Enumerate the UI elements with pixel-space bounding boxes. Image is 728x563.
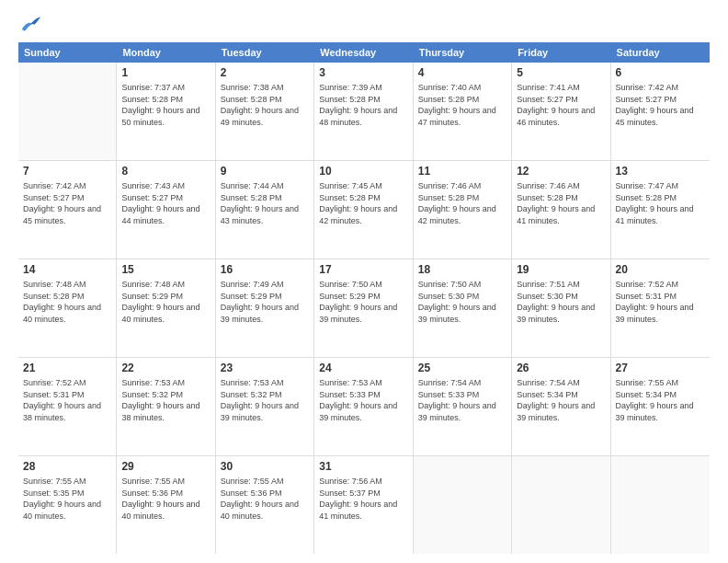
page: SundayMondayTuesdayWednesdayThursdayFrid…: [0, 0, 728, 563]
day-info: Sunrise: 7:55 AMSunset: 5:35 PMDaylight:…: [23, 476, 111, 522]
day-info: Sunrise: 7:53 AMSunset: 5:33 PMDaylight:…: [319, 377, 407, 423]
day-info: Sunrise: 7:56 AMSunset: 5:37 PMDaylight:…: [319, 476, 407, 522]
calendar-cell-3-3: 24Sunrise: 7:53 AMSunset: 5:33 PMDayligh…: [314, 358, 413, 455]
day-info: Sunrise: 7:40 AMSunset: 5:28 PMDaylight:…: [418, 82, 506, 128]
calendar-row-2: 14Sunrise: 7:48 AMSunset: 5:28 PMDayligh…: [18, 259, 710, 358]
day-info: Sunrise: 7:43 AMSunset: 5:27 PMDaylight:…: [121, 180, 210, 226]
day-number: 9: [221, 165, 309, 178]
day-number: 11: [418, 165, 506, 178]
calendar-cell-4-2: 30Sunrise: 7:55 AMSunset: 5:36 PMDayligh…: [216, 456, 314, 554]
day-number: 20: [616, 263, 705, 276]
day-number: 7: [23, 165, 111, 178]
day-info: Sunrise: 7:48 AMSunset: 5:28 PMDaylight:…: [23, 279, 111, 325]
calendar-cell-0-4: 4Sunrise: 7:40 AMSunset: 5:28 PMDaylight…: [414, 63, 512, 160]
day-info: Sunrise: 7:52 AMSunset: 5:31 PMDaylight:…: [616, 279, 705, 325]
day-number: 27: [616, 362, 705, 374]
day-info: Sunrise: 7:51 AMSunset: 5:30 PMDaylight:…: [517, 279, 605, 325]
day-info: Sunrise: 7:42 AMSunset: 5:27 PMDaylight:…: [23, 180, 111, 226]
weekday-header-thursday: Thursday: [414, 42, 512, 63]
day-number: 8: [121, 165, 210, 178]
day-number: 25: [418, 362, 506, 374]
day-number: 31: [319, 460, 407, 473]
day-info: Sunrise: 7:55 AMSunset: 5:36 PMDaylight:…: [121, 476, 210, 522]
calendar-cell-0-2: 2Sunrise: 7:38 AMSunset: 5:28 PMDaylight…: [216, 63, 314, 160]
day-info: Sunrise: 7:44 AMSunset: 5:28 PMDaylight:…: [221, 180, 309, 226]
day-info: Sunrise: 7:42 AMSunset: 5:27 PMDaylight:…: [616, 82, 705, 128]
calendar-body: 1Sunrise: 7:37 AMSunset: 5:28 PMDaylight…: [18, 63, 710, 554]
calendar-row-0: 1Sunrise: 7:37 AMSunset: 5:28 PMDaylight…: [18, 63, 710, 161]
day-number: 26: [517, 362, 605, 374]
day-number: 4: [418, 66, 506, 79]
day-info: Sunrise: 7:50 AMSunset: 5:30 PMDaylight:…: [418, 279, 506, 325]
calendar-cell-1-1: 8Sunrise: 7:43 AMSunset: 5:27 PMDaylight…: [117, 161, 215, 259]
header: [18, 15, 710, 33]
weekday-header-friday: Friday: [512, 42, 610, 63]
day-info: Sunrise: 7:46 AMSunset: 5:28 PMDaylight:…: [517, 180, 605, 226]
calendar-cell-1-6: 13Sunrise: 7:47 AMSunset: 5:28 PMDayligh…: [611, 161, 710, 259]
day-info: Sunrise: 7:47 AMSunset: 5:28 PMDaylight:…: [616, 180, 705, 226]
day-info: Sunrise: 7:54 AMSunset: 5:34 PMDaylight:…: [517, 377, 605, 423]
logo: [18, 15, 42, 33]
calendar-row-1: 7Sunrise: 7:42 AMSunset: 5:27 PMDaylight…: [18, 161, 710, 259]
day-info: Sunrise: 7:46 AMSunset: 5:28 PMDaylight:…: [418, 180, 506, 226]
calendar-row-4: 28Sunrise: 7:55 AMSunset: 5:35 PMDayligh…: [18, 456, 710, 554]
calendar-cell-2-0: 14Sunrise: 7:48 AMSunset: 5:28 PMDayligh…: [18, 259, 117, 357]
day-info: Sunrise: 7:53 AMSunset: 5:32 PMDaylight:…: [221, 377, 309, 423]
day-number: 28: [23, 460, 111, 473]
logo-bird-icon: [20, 15, 42, 33]
calendar-cell-1-4: 11Sunrise: 7:46 AMSunset: 5:28 PMDayligh…: [414, 161, 512, 259]
calendar-cell-3-0: 21Sunrise: 7:52 AMSunset: 5:31 PMDayligh…: [18, 358, 117, 455]
day-info: Sunrise: 7:45 AMSunset: 5:28 PMDaylight:…: [319, 180, 407, 226]
calendar-cell-1-2: 9Sunrise: 7:44 AMSunset: 5:28 PMDaylight…: [216, 161, 314, 259]
calendar-cell-2-3: 17Sunrise: 7:50 AMSunset: 5:29 PMDayligh…: [314, 259, 413, 357]
weekday-header-monday: Monday: [117, 42, 215, 63]
day-number: 24: [319, 362, 407, 374]
calendar-cell-4-1: 29Sunrise: 7:55 AMSunset: 5:36 PMDayligh…: [117, 456, 215, 554]
day-number: 15: [121, 263, 210, 276]
day-number: 1: [121, 66, 210, 79]
calendar-cell-4-3: 31Sunrise: 7:56 AMSunset: 5:37 PMDayligh…: [314, 456, 413, 554]
day-info: Sunrise: 7:54 AMSunset: 5:33 PMDaylight:…: [418, 377, 506, 423]
day-number: 10: [319, 165, 407, 178]
calendar-cell-2-1: 15Sunrise: 7:48 AMSunset: 5:29 PMDayligh…: [117, 259, 215, 357]
day-info: Sunrise: 7:52 AMSunset: 5:31 PMDaylight:…: [23, 377, 111, 423]
calendar-cell-2-2: 16Sunrise: 7:49 AMSunset: 5:29 PMDayligh…: [216, 259, 314, 357]
calendar-cell-3-5: 26Sunrise: 7:54 AMSunset: 5:34 PMDayligh…: [512, 358, 610, 455]
day-number: 19: [517, 263, 605, 276]
calendar-header: SundayMondayTuesdayWednesdayThursdayFrid…: [18, 42, 710, 63]
calendar-cell-2-4: 18Sunrise: 7:50 AMSunset: 5:30 PMDayligh…: [414, 259, 512, 357]
calendar-cell-4-4: [414, 456, 512, 554]
calendar-cell-3-2: 23Sunrise: 7:53 AMSunset: 5:32 PMDayligh…: [216, 358, 314, 455]
day-info: Sunrise: 7:37 AMSunset: 5:28 PMDaylight:…: [121, 82, 210, 128]
weekday-header-saturday: Saturday: [611, 42, 710, 63]
calendar-cell-2-5: 19Sunrise: 7:51 AMSunset: 5:30 PMDayligh…: [512, 259, 610, 357]
weekday-header-tuesday: Tuesday: [216, 42, 314, 63]
day-number: 21: [23, 362, 111, 374]
day-number: 2: [221, 66, 309, 79]
calendar-cell-1-3: 10Sunrise: 7:45 AMSunset: 5:28 PMDayligh…: [314, 161, 413, 259]
day-info: Sunrise: 7:53 AMSunset: 5:32 PMDaylight:…: [121, 377, 210, 423]
calendar-cell-4-6: [611, 456, 710, 554]
calendar-cell-0-0: [18, 63, 117, 160]
day-number: 22: [121, 362, 210, 374]
calendar-cell-1-5: 12Sunrise: 7:46 AMSunset: 5:28 PMDayligh…: [512, 161, 610, 259]
calendar-cell-0-3: 3Sunrise: 7:39 AMSunset: 5:28 PMDaylight…: [314, 63, 413, 160]
day-info: Sunrise: 7:38 AMSunset: 5:28 PMDaylight:…: [221, 82, 309, 128]
calendar: SundayMondayTuesdayWednesdayThursdayFrid…: [18, 42, 710, 554]
day-info: Sunrise: 7:55 AMSunset: 5:36 PMDaylight:…: [221, 476, 309, 522]
day-number: 30: [221, 460, 309, 473]
calendar-cell-3-4: 25Sunrise: 7:54 AMSunset: 5:33 PMDayligh…: [414, 358, 512, 455]
calendar-cell-3-6: 27Sunrise: 7:55 AMSunset: 5:34 PMDayligh…: [611, 358, 710, 455]
calendar-cell-4-0: 28Sunrise: 7:55 AMSunset: 5:35 PMDayligh…: [18, 456, 117, 554]
calendar-cell-0-1: 1Sunrise: 7:37 AMSunset: 5:28 PMDaylight…: [117, 63, 215, 160]
day-number: 16: [221, 263, 309, 276]
calendar-cell-4-5: [512, 456, 610, 554]
day-number: 3: [319, 66, 407, 79]
calendar-cell-1-0: 7Sunrise: 7:42 AMSunset: 5:27 PMDaylight…: [18, 161, 117, 259]
day-number: 13: [616, 165, 705, 178]
calendar-cell-3-1: 22Sunrise: 7:53 AMSunset: 5:32 PMDayligh…: [117, 358, 215, 455]
day-info: Sunrise: 7:48 AMSunset: 5:29 PMDaylight:…: [121, 279, 210, 325]
day-info: Sunrise: 7:39 AMSunset: 5:28 PMDaylight:…: [319, 82, 407, 128]
day-number: 29: [121, 460, 210, 473]
calendar-cell-0-5: 5Sunrise: 7:41 AMSunset: 5:27 PMDaylight…: [512, 63, 610, 160]
